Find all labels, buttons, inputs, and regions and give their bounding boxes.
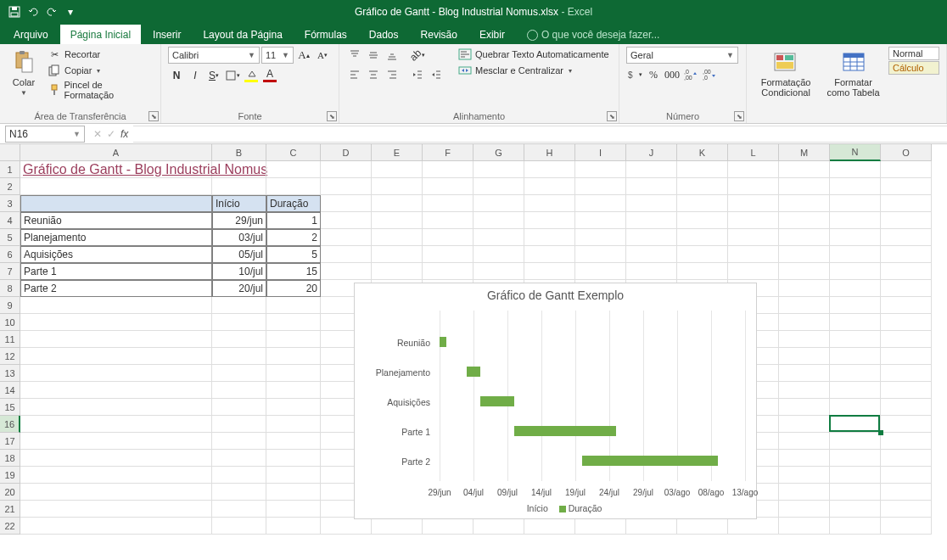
cell-C12[interactable] bbox=[266, 348, 321, 365]
cell-N19[interactable] bbox=[830, 467, 881, 484]
cell-I4[interactable] bbox=[575, 212, 626, 229]
cell-C6[interactable]: 5 bbox=[266, 246, 321, 263]
cell-N16[interactable] bbox=[830, 416, 881, 433]
cell-C1[interactable] bbox=[266, 161, 321, 178]
row-header-6[interactable]: 6 bbox=[0, 246, 20, 263]
font-color-button[interactable]: A bbox=[261, 67, 278, 84]
fill-color-button[interactable] bbox=[243, 67, 260, 84]
cell-N20[interactable] bbox=[830, 484, 881, 501]
tell-me-search[interactable]: O que você deseja fazer... bbox=[517, 25, 670, 44]
column-header-K[interactable]: K bbox=[677, 144, 728, 161]
cell-C5[interactable]: 2 bbox=[266, 229, 321, 246]
cell-O18[interactable] bbox=[881, 450, 932, 467]
row-header-11[interactable]: 11 bbox=[0, 331, 20, 348]
cell-B11[interactable] bbox=[212, 331, 266, 348]
gantt-chart[interactable]: Gráfico de Gantt Exemplo 29/jun04/jul09/… bbox=[354, 283, 757, 519]
cell-C14[interactable] bbox=[266, 382, 321, 399]
cell-C15[interactable] bbox=[266, 399, 321, 416]
column-header-A[interactable]: A bbox=[20, 144, 212, 161]
cell-B16[interactable] bbox=[212, 416, 266, 433]
cell-L2[interactable] bbox=[728, 178, 779, 195]
cell-B7[interactable]: 10/jul bbox=[212, 263, 266, 280]
tab-view[interactable]: Exibir bbox=[469, 25, 515, 44]
cell-A4[interactable]: Reunião bbox=[20, 212, 212, 229]
cell-A3[interactable] bbox=[20, 195, 212, 212]
cell-G22[interactable] bbox=[474, 518, 524, 535]
cell-K22[interactable] bbox=[677, 518, 728, 535]
cell-N13[interactable] bbox=[830, 365, 881, 382]
cell-C7[interactable]: 15 bbox=[266, 263, 321, 280]
cell-M11[interactable] bbox=[779, 331, 830, 348]
column-header-J[interactable]: J bbox=[626, 144, 677, 161]
cell-I5[interactable] bbox=[575, 229, 626, 246]
cell-M21[interactable] bbox=[779, 501, 830, 518]
cell-M17[interactable] bbox=[779, 433, 830, 450]
cell-M7[interactable] bbox=[779, 263, 830, 280]
cell-B14[interactable] bbox=[212, 382, 266, 399]
cell-M2[interactable] bbox=[779, 178, 830, 195]
cell-A13[interactable] bbox=[20, 365, 212, 382]
cell-A10[interactable] bbox=[20, 314, 212, 331]
cell-L5[interactable] bbox=[728, 229, 779, 246]
cell-N17[interactable] bbox=[830, 433, 881, 450]
cell-B12[interactable] bbox=[212, 348, 266, 365]
format-painter-button[interactable]: Pincel de Formatação bbox=[46, 79, 154, 101]
save-icon[interactable] bbox=[5, 3, 24, 21]
cell-H22[interactable] bbox=[524, 518, 575, 535]
cell-L4[interactable] bbox=[728, 212, 779, 229]
cell-F22[interactable] bbox=[423, 518, 474, 535]
cell-M18[interactable] bbox=[779, 450, 830, 467]
decrease-font-button[interactable]: A▾ bbox=[314, 47, 331, 64]
decrease-decimal-button[interactable]: ,00,0 bbox=[701, 66, 718, 83]
cell-F6[interactable] bbox=[423, 246, 474, 263]
cell-N6[interactable] bbox=[830, 246, 881, 263]
cell-N9[interactable] bbox=[830, 297, 881, 314]
cell-J1[interactable] bbox=[626, 161, 677, 178]
cell-A2[interactable] bbox=[20, 178, 212, 195]
cell-G7[interactable] bbox=[474, 263, 524, 280]
row-header-12[interactable]: 12 bbox=[0, 348, 20, 365]
cell-D1[interactable] bbox=[321, 161, 372, 178]
cell-A22[interactable] bbox=[20, 518, 212, 535]
cell-M12[interactable] bbox=[779, 348, 830, 365]
cell-K4[interactable] bbox=[677, 212, 728, 229]
cell-B10[interactable] bbox=[212, 314, 266, 331]
cell-O7[interactable] bbox=[881, 263, 932, 280]
cell-M19[interactable] bbox=[779, 467, 830, 484]
cell-B21[interactable] bbox=[212, 501, 266, 518]
cancel-formula-icon[interactable]: ✕ bbox=[93, 128, 102, 140]
cell-C18[interactable] bbox=[266, 450, 321, 467]
border-button[interactable]: ▾ bbox=[224, 67, 241, 84]
cell-C20[interactable] bbox=[266, 484, 321, 501]
align-center-button[interactable] bbox=[365, 66, 382, 83]
cell-K5[interactable] bbox=[677, 229, 728, 246]
cell-B19[interactable] bbox=[212, 467, 266, 484]
cell-M3[interactable] bbox=[779, 195, 830, 212]
cell-J22[interactable] bbox=[626, 518, 677, 535]
tab-formulas[interactable]: Fórmulas bbox=[294, 25, 357, 44]
alignment-dialog-launcher[interactable]: ⬊ bbox=[607, 111, 617, 121]
cell-D3[interactable] bbox=[321, 195, 372, 212]
cell-M22[interactable] bbox=[779, 518, 830, 535]
tab-file[interactable]: Arquivo bbox=[3, 25, 59, 44]
font-name-combo[interactable]: Calibri▼ bbox=[168, 47, 260, 64]
cell-L7[interactable] bbox=[728, 263, 779, 280]
cell-K6[interactable] bbox=[677, 246, 728, 263]
column-header-O[interactable]: O bbox=[881, 144, 932, 161]
cell-L1[interactable] bbox=[728, 161, 779, 178]
cell-I3[interactable] bbox=[575, 195, 626, 212]
cell-H1[interactable] bbox=[524, 161, 575, 178]
cell-N5[interactable] bbox=[830, 229, 881, 246]
cell-A15[interactable] bbox=[20, 399, 212, 416]
cell-G3[interactable] bbox=[474, 195, 524, 212]
cell-B4[interactable]: 29/jun bbox=[212, 212, 266, 229]
cell-M13[interactable] bbox=[779, 365, 830, 382]
cell-O8[interactable] bbox=[881, 280, 932, 297]
cell-C17[interactable] bbox=[266, 433, 321, 450]
format-as-table-button[interactable]: Formatar como Tabela bbox=[823, 47, 883, 111]
column-header-L[interactable]: L bbox=[728, 144, 779, 161]
cell-M1[interactable] bbox=[779, 161, 830, 178]
cell-B13[interactable] bbox=[212, 365, 266, 382]
cell-K3[interactable] bbox=[677, 195, 728, 212]
cell-N22[interactable] bbox=[830, 518, 881, 535]
